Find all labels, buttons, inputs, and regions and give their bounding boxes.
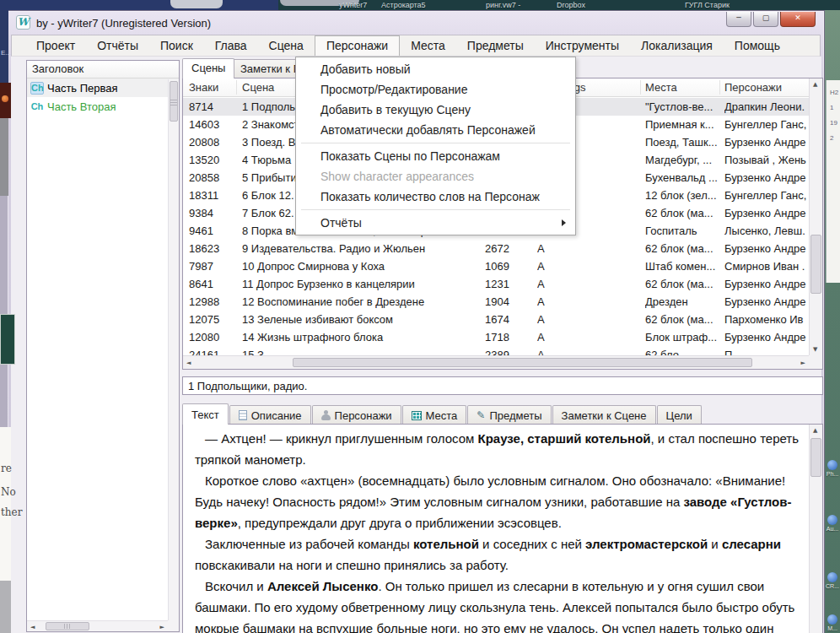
- character-menu-item-7[interactable]: Показать количество слов на Персонаж: [296, 187, 575, 207]
- editor-tab-2[interactable]: Персонажи: [312, 405, 401, 425]
- menu-item-1[interactable]: Отчёты: [86, 35, 149, 56]
- column-header-0[interactable]: Знаки: [189, 78, 236, 97]
- table-cell: A: [537, 293, 557, 311]
- character-menu-item-9[interactable]: Отчёты: [296, 213, 575, 233]
- editor-tab-4[interactable]: ✎Предметы: [467, 405, 551, 425]
- column-header-5[interactable]: Места: [645, 78, 721, 97]
- editor-paragraph: Короткое слово «ахтцен» (восемнадцать) б…: [195, 470, 804, 533]
- character-menu-item-5[interactable]: Показать Сцены по Персонажам: [296, 146, 575, 166]
- desktop-strip: H21192 Ph...Au...CR...M...: [825, 10, 840, 633]
- editor-tab-6[interactable]: Цели: [657, 405, 702, 425]
- tree-horizontal-scrollbar[interactable]: ◄ ►: [27, 620, 168, 631]
- tree-vertical-scrollbar[interactable]: [168, 79, 179, 620]
- table-cell: A: [537, 275, 557, 293]
- editor-tab-1[interactable]: Описание: [229, 405, 311, 425]
- submenu-arrow-icon: [562, 219, 566, 226]
- table-cell: "Густлов-ве...: [645, 98, 721, 116]
- table-cell: A: [537, 311, 557, 328]
- desktop-shortcut-icon[interactable]: [827, 572, 837, 582]
- background-text-fragment: 1: [828, 99, 840, 114]
- table-cell: 1231: [485, 275, 527, 293]
- scene-text-editor[interactable]: — Ахтцен! — крикнул приглушенным голосом…: [182, 424, 823, 633]
- table-cell: 24161: [189, 346, 236, 355]
- scrollbar-thumb[interactable]: [810, 235, 821, 294]
- table-row[interactable]: 1208014 Жизнь штрафного блока1718AБлок ш…: [183, 328, 809, 346]
- desktop-shortcut-label: Ph...: [825, 471, 840, 477]
- scroll-up-icon[interactable]: ▲: [813, 81, 817, 88]
- editor-tab-5[interactable]: Заметки к Сцене: [552, 405, 656, 425]
- table-row[interactable]: 2416115 З2389A62 бло...П...: [183, 346, 809, 355]
- tree-item-0[interactable]: ChЧасть Первая: [27, 78, 179, 97]
- scroll-down-icon[interactable]: ▼: [813, 346, 817, 353]
- character-menu-item-1[interactable]: Просмотр/Редактирование: [296, 79, 575, 100]
- titlebar[interactable]: W by - yWriter7 (Unregistered Version) ─…: [8, 11, 824, 35]
- scene-tab-0[interactable]: Сцены: [182, 58, 234, 78]
- column-header-6[interactable]: Персонажи: [724, 78, 807, 97]
- table-row[interactable]: 1298812 Воспоминание побег в Дрездене190…: [183, 293, 809, 311]
- editor-vertical-scrollbar[interactable]: ▲: [809, 425, 822, 633]
- character-menu-item-2[interactable]: Добавить в текущую Сцену: [296, 100, 575, 120]
- table-row[interactable]: 798710 Допрос Смирнова у Коха1069AШтаб к…: [183, 257, 809, 275]
- editor-tab-label: Текст: [191, 408, 219, 421]
- scrollbar-thumb[interactable]: [46, 622, 89, 630]
- editor-tab-0[interactable]: Текст: [182, 403, 229, 425]
- close-button[interactable]: ✕: [780, 12, 816, 27]
- editor-tab-3[interactable]: Места: [402, 405, 467, 425]
- menu-item-5[interactable]: Персонажи: [315, 35, 400, 56]
- menu-item-6[interactable]: Места: [400, 35, 456, 56]
- person-icon: [321, 410, 331, 420]
- menu-item-10[interactable]: Помощь: [724, 35, 791, 56]
- scroll-up-icon[interactable]: ▲: [813, 427, 817, 434]
- minimize-button[interactable]: ─: [726, 12, 751, 27]
- scroll-left-icon[interactable]: ◄: [186, 360, 191, 366]
- scrollbar-thumb[interactable]: [293, 358, 752, 367]
- table-row[interactable]: 186239 Издевательства. Радио и Жюльен267…: [183, 240, 809, 257]
- table-cell: Поезд, Ташк...: [645, 133, 721, 151]
- scroll-right-icon[interactable]: ►: [160, 624, 164, 630]
- table-cell: 62 бло...: [645, 346, 721, 355]
- background-text-fragment: 2: [828, 129, 840, 144]
- character-menu-item-3[interactable]: Автоматически добавлять Персонажей: [296, 120, 575, 140]
- table-cell: 9384: [189, 204, 236, 222]
- editor-text[interactable]: — Ахтцен! — крикнул приглушенным голосом…: [183, 425, 809, 633]
- scrollbar-thumb[interactable]: [810, 438, 821, 477]
- menu-item-8[interactable]: Инструменты: [535, 35, 630, 56]
- menu-item-7[interactable]: Предметы: [456, 35, 535, 56]
- chapter-badge-icon: Ch: [30, 100, 44, 113]
- menu-item-9[interactable]: Локализация: [630, 35, 724, 56]
- table-cell: 14 Жизнь штрафного блока: [242, 328, 478, 346]
- editor-tab-label: Предметы: [489, 409, 541, 422]
- table-cell: 15 З: [242, 346, 478, 355]
- table-cell: A: [537, 328, 557, 346]
- background-window-fragment: H21192: [826, 80, 840, 283]
- desktop-shortcut-icon[interactable]: [827, 614, 837, 625]
- menu-item-0[interactable]: Проект: [25, 35, 86, 56]
- scroll-right-icon[interactable]: ►: [801, 360, 805, 366]
- maximize-button[interactable]: ▢: [753, 12, 778, 27]
- tree-item-1[interactable]: ChЧасть Вторая: [27, 97, 179, 116]
- table-row[interactable]: 1207513 Зеленые избивают боксом1674A62 б…: [183, 311, 809, 328]
- desktop-shortcut-icon[interactable]: [827, 460, 837, 470]
- table-cell: 1674: [485, 311, 527, 328]
- table-cell: Бунгеллер Ганс,: [724, 116, 807, 133]
- scrollbar-thumb[interactable]: [170, 81, 178, 122]
- menu-item-4[interactable]: Сцена: [258, 35, 315, 56]
- list-horizontal-scrollbar[interactable]: ◄ ►: [183, 355, 809, 369]
- chapter-badge-icon: Ch: [30, 82, 44, 95]
- tree-header[interactable]: Заголовок: [27, 61, 179, 78]
- scroll-left-icon[interactable]: ◄: [30, 624, 35, 630]
- character-menu-item-0[interactable]: Добавить новый: [296, 59, 575, 79]
- desktop-shortcut-icon[interactable]: [827, 515, 837, 525]
- table-cell: Пархоменко Ив: [724, 311, 807, 328]
- table-row[interactable]: 864111 Допрос Бурзенко в канцелярии1231A…: [183, 275, 809, 293]
- background-text-fragment: ther: [1, 506, 22, 518]
- background-window-fragment: [0, 83, 11, 118]
- scrollbar-corner: [809, 355, 822, 369]
- table-cell: 12075: [189, 311, 236, 328]
- editor-tab-label: Места: [426, 409, 458, 422]
- project-tree-panel: Заголовок ChЧасть ПерваяChЧасть Вторая ◄…: [26, 60, 180, 632]
- menu-item-3[interactable]: Глава: [204, 35, 258, 56]
- table-cell: П...: [724, 346, 807, 355]
- list-vertical-scrollbar[interactable]: ▲ ▼: [809, 78, 822, 355]
- menu-item-2[interactable]: Поиск: [149, 35, 204, 56]
